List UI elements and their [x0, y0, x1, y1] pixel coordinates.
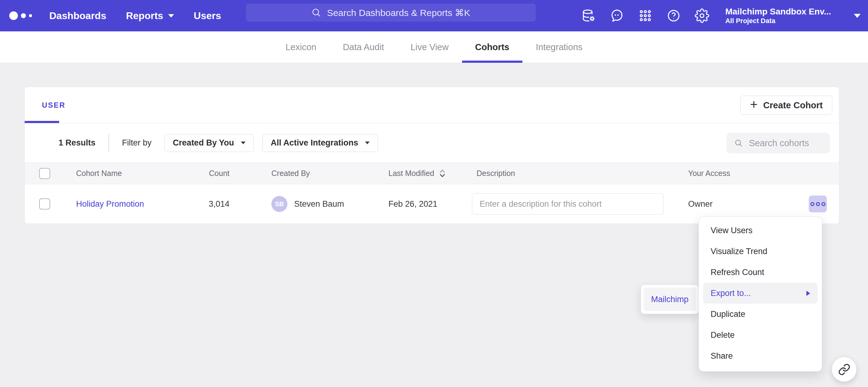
help-icon[interactable]	[666, 8, 681, 23]
feedback-icon[interactable]	[610, 8, 624, 23]
created-by-filter-label: Created By You	[173, 138, 234, 148]
caret-down-icon	[241, 142, 246, 144]
nav-dashboards[interactable]: Dashboards	[49, 10, 106, 22]
logo-dot	[21, 13, 26, 18]
global-search-placeholder: Search Dashboards & Reports ⌘K	[327, 7, 470, 18]
divider	[108, 134, 109, 152]
logo-dot	[29, 14, 32, 17]
column-header-created-by: Created By	[271, 169, 389, 178]
nav-reports-label: Reports	[126, 10, 163, 22]
menu-item-view-users[interactable]: View Users	[699, 220, 822, 241]
cohorts-panel: USER + Create Cohort 1 Results Filter by…	[24, 87, 839, 224]
project-scope: All Project Data	[725, 17, 831, 25]
menu-item-share[interactable]: Share	[699, 346, 822, 366]
column-header-your-access: Your Access	[688, 169, 787, 178]
select-all-checkbox[interactable]	[39, 168, 50, 179]
menu-item-delete[interactable]: Delete	[699, 324, 822, 346]
more-actions-button[interactable]	[809, 196, 827, 212]
submenu-arrow-icon	[806, 291, 810, 296]
access-cell: Owner	[688, 199, 787, 209]
cohort-count: 3,014	[209, 199, 271, 209]
tab-data-audit[interactable]: Data Audit	[342, 31, 385, 63]
actions-cell	[809, 196, 827, 212]
export-to-label: Export to...	[711, 288, 751, 298]
column-header-last-modified[interactable]: Last Modified	[389, 169, 472, 178]
search-icon	[734, 138, 743, 148]
mixpanel-logo[interactable]	[9, 11, 32, 20]
panel-header: USER + Create Cohort	[25, 87, 839, 124]
row-checkbox[interactable]	[39, 199, 50, 210]
created-by-name: Steven Baum	[294, 199, 344, 209]
logo-dot	[9, 11, 18, 20]
sort-icon	[439, 169, 446, 178]
integrations-filter-dropdown[interactable]: All Active Integrations	[262, 134, 378, 152]
plus-icon: +	[750, 98, 758, 111]
filter-bar: 1 Results Filter by Created By You All A…	[25, 124, 839, 163]
filter-by-label: Filter by	[122, 138, 152, 148]
project-switcher[interactable]: Mailchimp Sandbox Env... All Project Dat…	[725, 6, 831, 25]
search-cohorts-input[interactable]	[749, 138, 823, 148]
primary-nav: Dashboards Reports Users	[49, 10, 221, 22]
export-submenu: Mailchimp	[641, 285, 699, 314]
context-menu: View Users Visualize Trend Refresh Count…	[699, 217, 822, 372]
cohort-name-link[interactable]: Holiday Promotion	[76, 199, 185, 209]
dot	[810, 202, 814, 206]
created-by-cell: SB Steven Baum	[271, 196, 389, 212]
create-cohort-button[interactable]: + Create Cohort	[741, 96, 832, 115]
settings-icon[interactable]	[694, 8, 709, 23]
menu-item-visualize-trend[interactable]: Visualize Trend	[699, 241, 822, 262]
search-icon	[311, 8, 321, 17]
column-header-description: Description	[472, 169, 688, 178]
description-cell	[472, 193, 688, 215]
nav-utilities: Mailchimp Sandbox Env... All Project Dat…	[581, 0, 861, 31]
search-cohorts-field[interactable]	[726, 133, 830, 153]
global-search-input[interactable]: Search Dashboards & Reports ⌘K	[246, 3, 536, 22]
nav-users[interactable]: Users	[194, 10, 221, 22]
menu-item-duplicate[interactable]: Duplicate	[699, 304, 822, 324]
tab-lexicon[interactable]: Lexicon	[284, 31, 317, 63]
last-modified-cell: Feb 26, 2021	[389, 199, 472, 209]
dot	[822, 202, 826, 206]
created-by-filter-dropdown[interactable]: Created By You	[164, 134, 254, 152]
tab-user-label: USER	[42, 101, 66, 109]
last-modified-label: Last Modified	[389, 169, 434, 178]
integrations-filter-label: All Active Integrations	[271, 138, 358, 148]
avatar: SB	[271, 196, 287, 212]
create-cohort-label: Create Cohort	[763, 100, 823, 110]
table-header: Cohort Name Count Created By Last Modifi…	[25, 163, 839, 184]
tab-user[interactable]: USER	[25, 87, 83, 123]
menu-item-mailchimp[interactable]: Mailchimp	[644, 288, 696, 311]
column-header-count: Count	[209, 169, 271, 178]
section-tabs: Lexicon Data Audit Live View Cohorts Int…	[0, 31, 868, 63]
menu-item-refresh-count[interactable]: Refresh Count	[699, 262, 822, 283]
top-nav: Dashboards Reports Users Search Dashboar…	[0, 0, 868, 31]
column-header-cohort-name: Cohort Name	[76, 169, 185, 178]
description-input[interactable]	[472, 193, 663, 215]
data-management-icon[interactable]	[581, 8, 596, 23]
tab-live-view[interactable]: Live View	[409, 31, 450, 63]
results-count: 1 Results	[59, 138, 95, 148]
chevron-down-icon	[168, 14, 174, 17]
nav-reports[interactable]: Reports	[126, 10, 174, 22]
apps-grid-icon[interactable]	[638, 8, 653, 23]
copy-link-button[interactable]	[832, 357, 857, 382]
caret-down-icon	[365, 142, 370, 144]
link-icon	[838, 363, 850, 376]
menu-item-export-to[interactable]: Export to...	[703, 283, 817, 304]
tab-integrations[interactable]: Integrations	[535, 31, 584, 63]
dot	[816, 202, 820, 206]
project-name: Mailchimp Sandbox Env...	[725, 6, 831, 17]
tab-cohorts[interactable]: Cohorts	[474, 31, 510, 63]
chevron-down-icon[interactable]	[854, 14, 861, 18]
